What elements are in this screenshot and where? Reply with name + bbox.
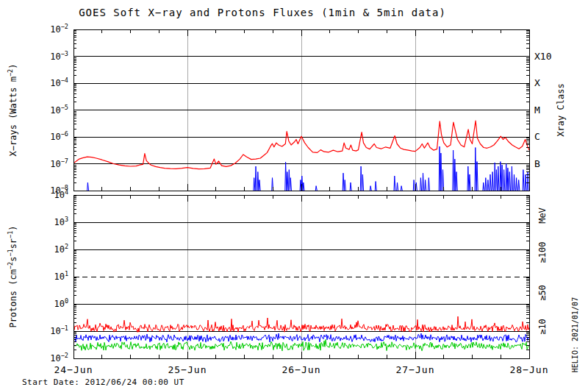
y-tick-label: 10−7 (50, 157, 68, 169)
y-tick-label: 10−3 (50, 50, 68, 62)
xray-class-label: X10 (534, 51, 551, 62)
xray-right-axis-title: Xray Class (556, 83, 566, 136)
xray-short-0.5-4A-series (87, 146, 529, 191)
mev-threshold-label: ≥10 (537, 319, 548, 335)
y-tick-label: 10−4 (50, 77, 68, 88)
mev-threshold-label: ≥50 (537, 285, 548, 301)
y-tick-label: 10−6 (50, 130, 68, 142)
y-tick-label: 10−1 (50, 325, 68, 336)
xray-class-label: M (534, 104, 540, 116)
chart-title: GOES Soft X−ray and Protons Fluxes (1min… (79, 7, 446, 18)
goes-flux-chart: GOES Soft X−ray and Protons Fluxes (1min… (0, 0, 588, 390)
start-date-label: Start Date: 2012/06/24 00:00 UT (22, 377, 184, 387)
x-tick-label: 24−Jun (54, 364, 93, 375)
protons-right-axis-title: MeV (537, 208, 548, 224)
goes-flux-figure: GOES Soft X−ray and Protons Fluxes (1min… (0, 0, 588, 390)
xray-axis-title: X−rays (Watts m−2) (7, 64, 18, 157)
mev-threshold-label: ≥100 (537, 242, 548, 263)
plot-area: 10−810−710−610−510−410−310−2X−rays (Watt… (7, 23, 566, 375)
y-tick-label: 10−2 (50, 23, 68, 35)
xray-class-label: C (534, 131, 540, 142)
protons-axis-title: Protons (cm−2s−1sr−1) (7, 225, 18, 327)
x-tick-label: 26−Jun (282, 364, 321, 375)
helio-watermark: HELIO: 2021/01/07 (571, 297, 579, 372)
xray-class-label: X (534, 77, 540, 88)
y-tick-label: 10−5 (50, 104, 68, 116)
y-tick-label: 101 (54, 270, 68, 282)
y-tick-label: 103 (54, 216, 68, 227)
x-tick-label: 25−Jun (168, 364, 207, 375)
x-tick-label: 27−Jun (396, 364, 435, 375)
x-tick-label: 28−Jun (510, 364, 549, 375)
y-tick-label: 104 (54, 188, 68, 200)
y-tick-label: 100 (54, 297, 68, 309)
xray-class-label: B (534, 158, 540, 169)
y-tick-label: 102 (54, 243, 68, 255)
y-tick-label: 10−2 (50, 352, 68, 364)
